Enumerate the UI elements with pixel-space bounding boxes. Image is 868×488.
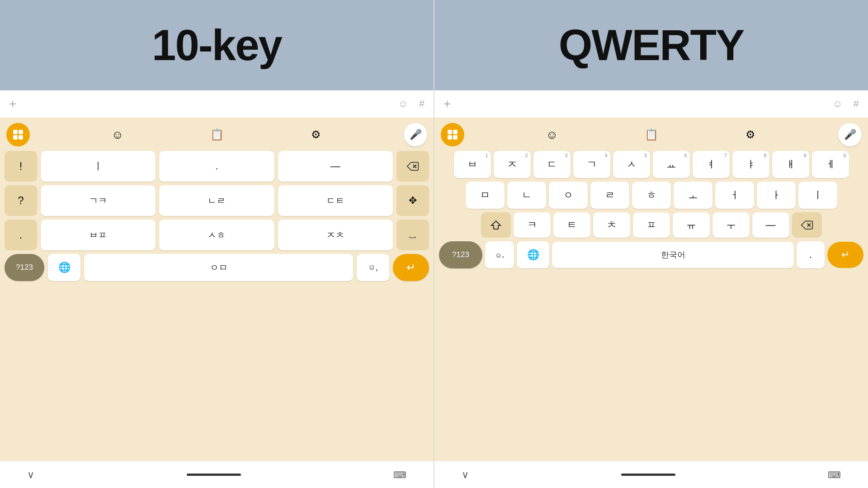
key-jc[interactable]: ㅈㅊ <box>278 220 393 250</box>
key-sh[interactable]: ㅅㅎ <box>159 220 274 250</box>
svg-rect-3 <box>19 135 23 140</box>
key-i[interactable]: ㅣ <box>41 151 156 182</box>
chevron-down-left[interactable]: ∨ <box>27 469 34 481</box>
globe-key-right[interactable]: 🌐 <box>517 241 549 268</box>
key-p[interactable]: ㅍ <box>633 212 670 238</box>
globe-key-left[interactable]: 🌐 <box>48 254 80 281</box>
key-dot[interactable]: . <box>159 151 274 182</box>
key-k[interactable]: ㅋ <box>514 212 551 238</box>
key-dash[interactable]: — <box>278 151 393 182</box>
key-ch[interactable]: ㅊ <box>593 212 630 238</box>
svg-rect-9 <box>453 135 458 140</box>
emoji-button-left[interactable]: ☺ <box>106 123 129 146</box>
move-key[interactable]: ✥ <box>396 185 429 216</box>
settings-button-left[interactable]: ⚙ <box>304 123 328 146</box>
emoji-comma-key[interactable]: ☺ , <box>485 241 514 268</box>
qwerty-body: ☺ 📋 ⚙ 🎤 1ㅂ 2ㅈ 3ㄷ 4ㄱ 5ㅅ 6ㅛ 7ㅕ 8ㅑ 9ㅐ 0ㅔ ㅁ <box>434 117 868 461</box>
qwerty-row-1: 1ㅂ 2ㅈ 3ㄷ 4ㄱ 5ㅅ 6ㅛ 7ㅕ 8ㅑ 9ㅐ 0ㅔ <box>439 151 863 178</box>
qwerty-keyboard: + ☺ # ☺ 📋 ⚙ 🎤 <box>434 90 868 488</box>
key-question[interactable]: ? <box>5 185 37 216</box>
key-t[interactable]: ㅌ <box>553 212 590 238</box>
clipboard-button-right[interactable]: 📋 <box>640 123 663 146</box>
period-key[interactable]: . <box>797 241 825 268</box>
key-a[interactable]: ㅏ <box>757 182 796 209</box>
key-r[interactable]: ㄹ <box>590 182 629 209</box>
svg-rect-8 <box>448 135 452 140</box>
key-n[interactable]: ㄴ <box>507 182 546 209</box>
chevron-down-right[interactable]: ∨ <box>462 469 469 481</box>
tenkey-keyboard: + ☺ # ☺ 📋 ⚙ 🎤 <box>0 90 434 488</box>
tenkey-body: ☺ 📋 ⚙ 🎤 ! ㅣ . — <box>0 117 434 461</box>
mic-button-left[interactable]: 🎤 <box>404 123 427 146</box>
apps-button-left[interactable] <box>6 123 30 146</box>
key-yo[interactable]: 6ㅛ <box>653 151 690 178</box>
home-indicator-left <box>187 474 241 476</box>
key-i-vowel[interactable]: ㅣ <box>798 182 837 209</box>
key-exclaim[interactable]: ! <box>5 151 37 182</box>
nums-key-left[interactable]: ?123 <box>5 254 44 281</box>
top-bar-left: + ☺ # <box>0 90 434 117</box>
key-g[interactable]: 4ㄱ <box>573 151 610 178</box>
key-e[interactable]: 0ㅔ <box>812 151 849 178</box>
right-header: QWERTY <box>434 0 868 90</box>
mic-button-right[interactable]: 🎤 <box>838 123 862 146</box>
shift-key[interactable] <box>481 212 511 238</box>
delete-key-left[interactable] <box>396 151 429 182</box>
left-title: 10-key <box>152 20 282 70</box>
qwerty-row-2: ㅁ ㄴ ㅇ ㄹ ㅎ ㅗ ㅓ ㅏ ㅣ <box>439 182 863 209</box>
delete-key-right[interactable] <box>792 212 822 238</box>
key-s[interactable]: 5ㅅ <box>613 151 650 178</box>
emoji-button-right[interactable]: ☺ <box>540 123 564 146</box>
enter-key-left[interactable]: ↵ <box>393 254 429 281</box>
keyboard-icon-left[interactable]: ⌨ <box>393 469 406 480</box>
key-period[interactable]: . <box>5 220 37 250</box>
key-ae[interactable]: 9ㅐ <box>772 151 809 178</box>
key-dash-q[interactable]: — <box>752 212 789 238</box>
key-ya[interactable]: 8ㅑ <box>732 151 769 178</box>
top-bar-right: + ☺ # <box>434 90 868 117</box>
key-u[interactable]: ㅜ <box>712 212 750 238</box>
key-nr[interactable]: ㄴㄹ <box>159 185 274 216</box>
key-eo[interactable]: ㅓ <box>715 182 754 209</box>
key-dt[interactable]: ㄷㅌ <box>278 185 393 216</box>
keyboard-icon-right[interactable]: ⌨ <box>828 469 841 480</box>
space-key-side[interactable]: ⎵ <box>396 220 429 250</box>
key-j[interactable]: 2ㅈ <box>494 151 531 178</box>
key-ng[interactable]: ㅇ <box>549 182 588 209</box>
svg-rect-0 <box>13 130 18 134</box>
clipboard-button-left[interactable]: 📋 <box>205 123 229 146</box>
key-o[interactable]: ㅗ <box>674 182 712 209</box>
left-panel: 10-key + ☺ # ☺ 📋 <box>0 0 434 488</box>
key-d[interactable]: 3ㄷ <box>533 151 571 178</box>
emoji-icon-top-right[interactable]: ☺ <box>832 98 842 110</box>
space-key-right[interactable]: 한국어 <box>552 242 794 268</box>
key-m[interactable]: ㅁ <box>466 182 505 209</box>
qwerty-bottom: ?123 ☺ , 🌐 한국어 . ↵ <box>439 241 863 268</box>
settings-button-right[interactable]: ⚙ <box>739 123 762 146</box>
key-b[interactable]: 1ㅂ <box>454 151 491 178</box>
enter-key-right[interactable]: ↵ <box>827 242 863 268</box>
nav-bar-left: ∨ ⌨ <box>0 461 434 488</box>
svg-rect-1 <box>19 130 23 134</box>
toolbar-right: ☺ 📋 ⚙ 🎤 <box>439 123 863 146</box>
vowels-key[interactable]: ㅇㅁ <box>84 254 353 281</box>
key-yu[interactable]: ㅠ <box>673 212 710 238</box>
apps-button-right[interactable] <box>441 123 464 146</box>
hash-icon-right[interactable]: # <box>854 98 859 110</box>
key-bp[interactable]: ㅂㅍ <box>41 220 156 250</box>
hash-icon-left[interactable]: # <box>419 98 425 110</box>
key-h[interactable]: ㅎ <box>632 182 671 209</box>
left-header: 10-key <box>0 0 434 90</box>
plus-icon-left[interactable]: + <box>9 97 16 111</box>
emoji-icon-top-left[interactable]: ☺ <box>398 98 408 110</box>
svg-rect-7 <box>453 130 458 134</box>
right-title: QWERTY <box>559 20 744 70</box>
toolbar-left: ☺ 📋 ⚙ 🎤 <box>5 123 429 146</box>
svg-rect-2 <box>13 135 18 140</box>
key-gk[interactable]: ㄱㅋ <box>41 185 156 216</box>
comma-emoji-key[interactable]: ☺ , <box>357 254 389 281</box>
plus-icon-right[interactable]: + <box>443 97 451 111</box>
key-yeo[interactable]: 7ㅕ <box>693 151 730 178</box>
nums-key-right[interactable]: ?123 <box>439 241 482 268</box>
qwerty-row-3: ㅋ ㅌ ㅊ ㅍ ㅠ ㅜ — <box>439 212 863 238</box>
